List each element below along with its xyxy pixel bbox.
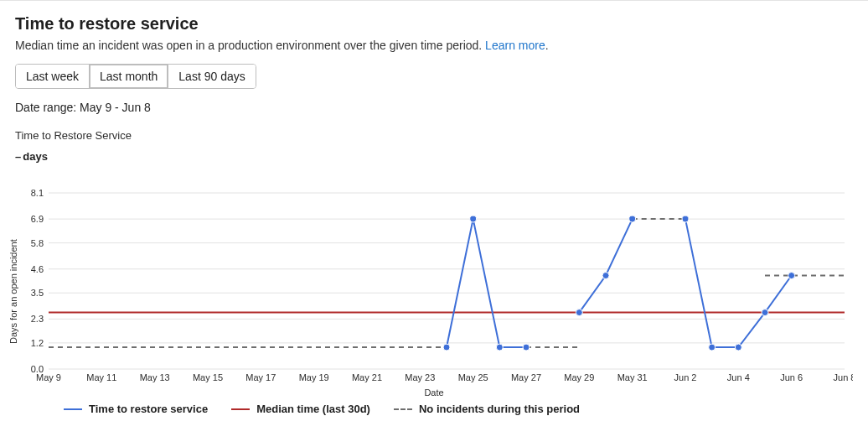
legend-label-series: Time to restore service [89,403,208,415]
date-range-label: Date range: May 9 - Jun 8 [15,101,853,114]
chart-big-value: –days [15,150,853,163]
svg-text:May 13: May 13 [140,372,170,382]
svg-text:4.6: 4.6 [31,264,44,274]
svg-point-39 [496,344,503,351]
y-axis-label: Days for an open incident [8,239,18,344]
learn-more-link[interactable]: Learn more [485,39,545,52]
svg-text:May 19: May 19 [299,372,329,382]
svg-text:May 17: May 17 [245,372,276,382]
page-container: Time to restore service Median time an i… [0,0,868,442]
svg-point-45 [709,344,716,351]
big-value-label: days [23,150,48,163]
svg-point-43 [629,216,636,222]
svg-text:May 9: May 9 [36,372,61,382]
svg-point-41 [576,309,582,316]
page-title: Time to restore service [15,14,853,34]
svg-text:8.1: 8.1 [31,188,44,198]
subtitle-post: . [545,39,549,52]
svg-text:2.3: 2.3 [31,314,44,324]
chart-area: Time to Restore Service –days Days for a… [15,129,853,415]
svg-text:Jun 2: Jun 2 [674,372,697,382]
svg-text:May 21: May 21 [352,372,382,382]
svg-point-46 [735,344,741,351]
svg-text:Jun 6: Jun 6 [780,372,803,382]
svg-point-37 [443,344,450,351]
legend-label-gap: No incidents during this period [419,403,580,415]
svg-text:6.9: 6.9 [31,214,44,224]
svg-text:May 23: May 23 [405,372,435,382]
subtitle-text: Median time an incident was open in a pr… [15,39,485,52]
seg-last-90-days[interactable]: Last 90 days [168,65,255,88]
legend-item-series: Time to restore service [64,403,208,415]
time-range-segmented: Last week Last month Last 90 days [15,64,256,89]
svg-text:Jun 4: Jun 4 [727,372,750,382]
seg-last-month[interactable]: Last month [89,65,168,88]
svg-text:May 31: May 31 [617,372,648,382]
svg-text:May 11: May 11 [86,372,116,382]
svg-text:May 29: May 29 [564,372,594,382]
svg-text:1.2: 1.2 [31,338,44,348]
svg-text:Jun 8: Jun 8 [834,372,853,382]
legend-label-median: Median time (last 30d) [256,403,370,415]
chart-legend: Time to restore service Median time (las… [64,403,853,415]
big-value-prefix: – [15,150,21,163]
seg-last-week[interactable]: Last week [16,65,89,88]
svg-point-38 [470,216,477,222]
chart-subtitle: Time to Restore Service [15,129,853,142]
svg-text:May 27: May 27 [511,372,541,382]
legend-swatch-red [231,408,250,410]
legend-item-gap: No incidents during this period [394,403,580,415]
svg-point-44 [682,216,689,222]
x-axis-label: Date [15,387,853,398]
chart-svg: 0.01.22.33.54.65.86.98.1May 9May 11May 1… [15,168,853,386]
svg-text:May 15: May 15 [193,372,223,382]
svg-text:May 25: May 25 [458,372,488,382]
svg-point-48 [788,273,795,279]
svg-point-42 [602,273,609,279]
svg-point-40 [523,344,530,351]
legend-item-median: Median time (last 30d) [231,403,370,415]
legend-swatch-dash [394,408,412,410]
svg-text:3.5: 3.5 [31,288,44,298]
legend-swatch-blue [64,408,82,410]
svg-point-47 [762,309,768,316]
svg-text:5.8: 5.8 [31,238,44,248]
page-subtitle: Median time an incident was open in a pr… [15,39,853,52]
